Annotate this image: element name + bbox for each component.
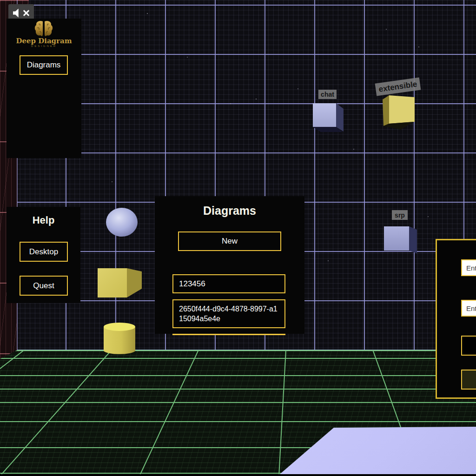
- right-panel: Ente Ente: [436, 239, 476, 399]
- floor-edge: [0, 474, 476, 476]
- diagrams-panel-title: Diagrams: [155, 204, 304, 218]
- vr-scene: chat extensible srp Deep Diagram DESIGNE…: [0, 0, 476, 476]
- speaker-muted-icon: [13, 8, 21, 18]
- diagrams-button[interactable]: Diagrams: [20, 55, 68, 75]
- diagram-id-field[interactable]: 2650f444-d9c4-4878-8997-a115094a5e4e: [172, 299, 285, 328]
- right-panel-input-1[interactable]: Ente: [461, 259, 476, 276]
- srp-label[interactable]: srp: [392, 210, 408, 220]
- chat-label[interactable]: chat: [318, 90, 337, 99]
- desktop-help-button[interactable]: Desktop: [20, 242, 68, 262]
- new-diagram-button[interactable]: New: [178, 231, 281, 251]
- right-panel-olive-button[interactable]: [461, 370, 476, 390]
- diagrams-panel: Diagrams New 123456 2650f444-d9c4-4878-8…: [155, 196, 304, 334]
- help-title: Help: [7, 214, 80, 226]
- mute-x-icon: [22, 9, 30, 17]
- right-panel-input-2[interactable]: Ente: [461, 300, 476, 317]
- right-panel-dark-button[interactable]: [461, 336, 476, 356]
- clipped-field-edge: [172, 334, 285, 335]
- brand-subtitle: DESIGNER: [7, 45, 81, 47]
- brand-title: Deep Diagram: [7, 37, 81, 45]
- help-panel: Help Desktop Quest: [7, 207, 80, 303]
- brain-logo-icon: [33, 20, 54, 38]
- brand-panel: Deep Diagram DESIGNER Diagrams: [7, 19, 81, 158]
- quest-help-button[interactable]: Quest: [20, 276, 68, 296]
- diagram-code-field[interactable]: 123456: [172, 274, 285, 293]
